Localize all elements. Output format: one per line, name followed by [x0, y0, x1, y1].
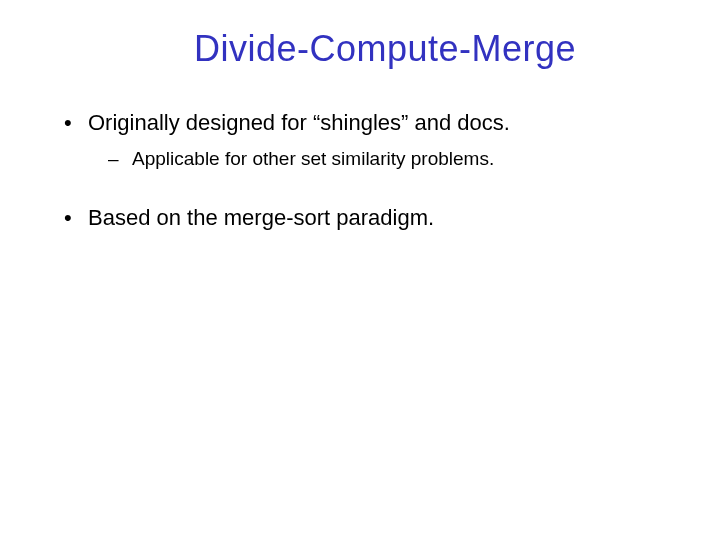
sub-bullet-text: Applicable for other set similarity prob… [132, 148, 494, 169]
bullet-item: Based on the merge-sort paradigm. [40, 203, 680, 233]
slide-title: Divide-Compute-Merge [90, 28, 680, 70]
bullet-group-1: Originally designed for “shingles” and d… [40, 108, 680, 171]
bullet-group-2: Based on the merge-sort paradigm. [40, 203, 680, 233]
sub-bullet-item: Applicable for other set similarity prob… [40, 146, 680, 172]
bullet-text: Based on the merge-sort paradigm. [88, 205, 434, 230]
slide: Divide-Compute-Merge Originally designed… [0, 0, 720, 540]
bullet-item: Originally designed for “shingles” and d… [40, 108, 680, 138]
bullet-text: Originally designed for “shingles” and d… [88, 110, 510, 135]
